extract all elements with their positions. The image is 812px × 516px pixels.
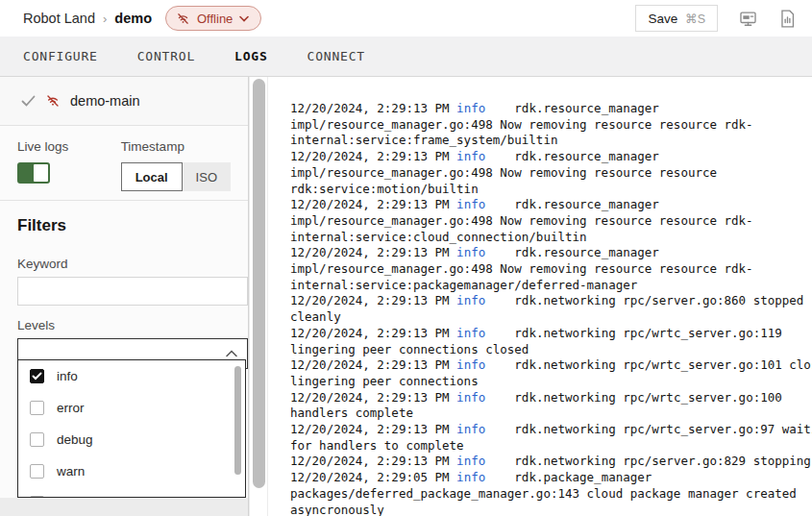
tab-logs[interactable]: LOGS <box>234 49 268 63</box>
log-level: info <box>456 245 485 259</box>
log-entry: 12/20/2024, 2:29:13 PM info rdk.networki… <box>290 390 812 422</box>
log-entry: 12/20/2024, 2:29:05 PM info rdk.package_… <box>290 470 812 516</box>
tab-control[interactable]: CONTROL <box>137 49 195 63</box>
filters-section: Filters Keyword Levels <box>0 201 248 369</box>
log-entry: 12/20/2024, 2:29:13 PM info rdk.networki… <box>290 357 812 389</box>
log-entry: 12/20/2024, 2:29:13 PM info rdk.networki… <box>290 326 812 357</box>
log-level: info <box>456 293 485 307</box>
log-timestamp: 12/20/2024, 2:29:13 PM <box>290 197 450 211</box>
log-level: info <box>456 149 485 163</box>
checkbox-checked-icon[interactable] <box>30 369 44 383</box>
timestamp-label: Timestamp <box>121 139 231 154</box>
dropdown-scrollbar[interactable] <box>234 366 241 475</box>
monitor-icon[interactable] <box>739 9 758 28</box>
level-option-label: warn <box>57 464 85 479</box>
log-level: info <box>456 470 485 484</box>
save-shortcut: ⌘S <box>685 12 705 26</box>
log-entry: 12/20/2024, 2:29:13 PM info rdk.resource… <box>290 101 812 149</box>
checkbox-icon[interactable] <box>30 432 44 447</box>
log-timestamp: 12/20/2024, 2:29:13 PM <box>290 357 450 372</box>
level-option-label: error <box>57 401 85 415</box>
log-level: info <box>456 422 485 436</box>
log-scrollbar-thumb[interactable] <box>253 79 265 488</box>
chevron-up-icon <box>226 350 237 357</box>
checkbox-icon[interactable] <box>30 496 44 498</box>
levels-label: Levels <box>17 318 231 332</box>
log-timestamp: 12/20/2024, 2:29:13 PM <box>290 454 450 468</box>
breadcrumb-org[interactable]: Robot Land <box>23 11 95 26</box>
tab-connect[interactable]: CONNECT <box>308 49 365 63</box>
log-scrollbar-track[interactable] <box>249 77 268 516</box>
log-timestamp: 12/20/2024, 2:29:13 PM <box>290 422 450 436</box>
log-level: info <box>456 357 485 372</box>
log-entry: 12/20/2024, 2:29:13 PM info rdk.resource… <box>290 245 812 293</box>
sidebar-bottom-strip <box>0 498 248 516</box>
log-entry: 12/20/2024, 2:29:13 PM info rdk.networki… <box>290 454 812 470</box>
timestamp-option-iso[interactable]: ISO <box>183 162 231 191</box>
level-option-info[interactable]: info <box>18 360 245 392</box>
part-row[interactable]: demo-main <box>0 77 248 126</box>
level-option-partial[interactable] <box>18 487 245 498</box>
log-timestamp: 12/20/2024, 2:29:13 PM <box>290 101 450 115</box>
tab-configure[interactable]: CONFIGURE <box>23 49 98 63</box>
log-entry: 12/20/2024, 2:29:13 PM info rdk.networki… <box>290 422 812 454</box>
checkbox-icon[interactable] <box>30 464 44 479</box>
filters-title: Filters <box>17 216 231 235</box>
breadcrumb: Robot Land › demo <box>23 11 152 26</box>
part-name: demo-main <box>70 93 140 109</box>
log-pane: 12/20/2024, 2:29:13 PM info rdk.resource… <box>268 77 812 516</box>
levels-dropdown: infoerrordebugwarn <box>17 359 246 498</box>
log-level: info <box>456 454 485 468</box>
status-label: Offline <box>197 12 233 26</box>
chevron-down-icon <box>239 15 249 22</box>
log-timestamp: 12/20/2024, 2:29:05 PM <box>290 470 450 484</box>
log-timestamp: 12/20/2024, 2:29:13 PM <box>290 245 450 259</box>
log-entry: 12/20/2024, 2:29:13 PM info rdk.networki… <box>290 293 812 325</box>
keyword-label: Keyword <box>17 257 231 271</box>
timestamp-segmented-control: Local ISO <box>121 162 231 191</box>
log-level: info <box>456 101 485 115</box>
live-logs-label: Live logs <box>17 139 121 154</box>
app-header: Robot Land › demo Offline Save ⌘S <box>0 0 812 37</box>
level-option-label: info <box>57 369 78 383</box>
machine-status-badge[interactable]: Offline <box>165 6 261 31</box>
breadcrumb-machine[interactable]: demo <box>114 11 152 26</box>
level-option-warn[interactable]: warn <box>18 455 245 487</box>
log-timestamp: 12/20/2024, 2:29:13 PM <box>290 326 450 340</box>
log-entry: 12/20/2024, 2:29:13 PM info rdk.resource… <box>290 149 812 197</box>
check-icon <box>21 95 36 107</box>
breadcrumb-separator: › <box>103 12 107 26</box>
log-message: rdk.networking rpc/server.go:829 stoppin… <box>514 454 811 468</box>
log-timestamp: 12/20/2024, 2:29:13 PM <box>290 293 450 307</box>
level-option-debug[interactable]: debug <box>18 424 245 455</box>
level-option-error[interactable]: error <box>18 392 245 424</box>
log-level: info <box>456 326 485 340</box>
checkbox-icon[interactable] <box>30 401 44 415</box>
level-option-label: debug <box>57 432 93 447</box>
wifi-off-icon <box>45 93 61 109</box>
log-timestamp: 12/20/2024, 2:29:13 PM <box>290 149 450 163</box>
chart-file-icon[interactable] <box>779 9 799 28</box>
timestamp-option-local[interactable]: Local <box>121 162 183 191</box>
log-timestamp: 12/20/2024, 2:29:13 PM <box>290 390 450 405</box>
save-label: Save <box>648 12 677 26</box>
keyword-input[interactable] <box>17 277 248 306</box>
log-entry: 12/20/2024, 2:29:13 PM info rdk.resource… <box>290 197 812 245</box>
logs-sidebar: demo-main Live logs Timestamp Local ISO … <box>0 77 249 516</box>
log-list: 12/20/2024, 2:29:13 PM info rdk.resource… <box>290 101 812 516</box>
tab-bar: CONFIGURECONTROLLOGSCONNECT <box>0 37 812 77</box>
log-level: info <box>456 390 485 405</box>
wifi-off-icon <box>176 12 190 26</box>
log-level: info <box>456 197 485 211</box>
live-logs-toggle[interactable] <box>17 162 50 184</box>
log-controls: Live logs Timestamp Local ISO <box>0 126 248 201</box>
save-button[interactable]: Save ⌘S <box>635 5 718 32</box>
